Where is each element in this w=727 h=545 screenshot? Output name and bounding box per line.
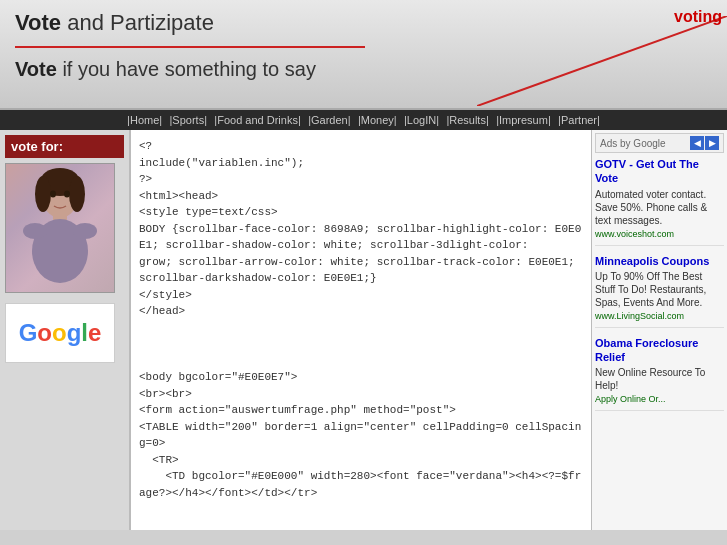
page-header: Vote and Partizipate Vote if you have so…: [0, 0, 727, 110]
nav-impresum[interactable]: |Impresum|: [496, 114, 551, 126]
ads-sidebar: Ads by Google ◀ ▶ GOTV - Get Out The Vot…: [592, 130, 727, 530]
ads-next-button[interactable]: ▶: [705, 136, 719, 150]
header-line2: Vote if you have something to say: [15, 58, 712, 81]
svg-point-8: [73, 223, 97, 239]
svg-point-9: [50, 190, 56, 197]
header-vote-bold1: Vote: [15, 10, 61, 35]
nav-home[interactable]: |Home|: [127, 114, 162, 126]
ad-1-title[interactable]: GOTV - Get Out The Vote: [595, 157, 724, 186]
candidate-image: [5, 163, 115, 293]
ad-item-1: GOTV - Get Out The Vote Automated voter …: [595, 157, 724, 246]
svg-point-7: [23, 223, 47, 239]
vote-for-label: vote for:: [5, 135, 124, 158]
google-logo: Google: [5, 303, 115, 363]
code-display-area[interactable]: <? include("variablen.inc"); ?> <html><h…: [130, 130, 592, 530]
nav-sports[interactable]: |Sports|: [170, 114, 208, 126]
header-line1: Vote and Partizipate: [15, 10, 712, 36]
nav-partner[interactable]: |Partner|: [558, 114, 600, 126]
header-line1-rest: and Partizipate: [61, 10, 214, 35]
svg-point-3: [35, 176, 51, 212]
nav-garden[interactable]: |Garden|: [308, 114, 350, 126]
header-vote-bold2: Vote: [15, 58, 57, 80]
ad-2-title[interactable]: Minneapolis Coupons: [595, 254, 724, 268]
ads-prev-button[interactable]: ◀: [690, 136, 704, 150]
ad-3-title[interactable]: Obama Foreclosure Relief: [595, 336, 724, 365]
ad-2-url: www.LivingSocial.com: [595, 311, 724, 321]
ad-1-desc: Automated voter contact. Save 50%. Phone…: [595, 188, 724, 227]
ad-item-2: Minneapolis Coupons Up To 90% Off The Be…: [595, 254, 724, 328]
navigation-bar: |Home| |Sports| |Food and Drinks| |Garde…: [0, 110, 727, 130]
ad-3-url: Apply Online Or...: [595, 394, 724, 404]
nav-results[interactable]: |Results|: [446, 114, 488, 126]
ad-item-3: Obama Foreclosure Relief New Online Reso…: [595, 336, 724, 412]
voting-label: voting: [674, 8, 722, 26]
ad-2-desc: Up To 90% Off The Best Stuff To Do! Rest…: [595, 270, 724, 309]
ads-nav-buttons[interactable]: ◀ ▶: [690, 136, 719, 150]
svg-point-4: [69, 176, 85, 212]
ad-3-desc: New Online Resource To Help!: [595, 366, 724, 392]
nav-food[interactable]: |Food and Drinks|: [214, 114, 300, 126]
nav-login[interactable]: |LogIN|: [404, 114, 439, 126]
left-sidebar: vote for:: [0, 130, 130, 530]
ads-header: Ads by Google ◀ ▶: [595, 133, 724, 153]
header-line2-rest: if you have something to say: [57, 58, 316, 80]
nav-money[interactable]: |Money|: [358, 114, 397, 126]
ads-by-google-label: Ads by Google: [600, 138, 666, 149]
svg-point-10: [64, 190, 70, 197]
main-content: vote for:: [0, 130, 727, 530]
ad-1-url: www.voiceshot.com: [595, 229, 724, 239]
code-content[interactable]: <? include("variablen.inc"); ?> <html><h…: [131, 130, 591, 530]
